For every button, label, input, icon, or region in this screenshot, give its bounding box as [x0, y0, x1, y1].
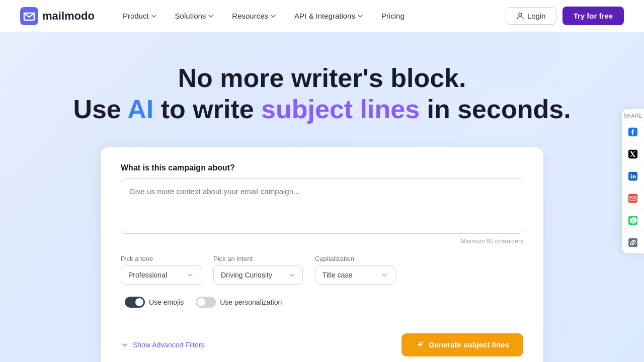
emoji-toggle-label: Use emojis [149, 298, 184, 306]
char-hint: Minimum 60 characters [121, 238, 523, 245]
filters-row: Pick a tone Professional Pick an intent … [121, 255, 523, 309]
personalization-toggle[interactable] [196, 297, 216, 308]
whatsapp-share-icon[interactable] [622, 209, 644, 231]
twitter-x-share-icon[interactable] [622, 143, 644, 165]
cap-label: Capitalization [315, 255, 395, 262]
nav-resources[interactable]: Resources [224, 8, 284, 24]
svg-rect-7 [631, 175, 632, 178]
navigation: mailmodo Product Solutions Resources API… [0, 0, 644, 32]
try-for-free-button[interactable]: Try for free [562, 7, 624, 25]
hero-heading: No more writer's block. Use AI to write … [10, 62, 634, 125]
tone-label: Pick a tone [121, 255, 201, 262]
campaign-label: What is this campaign about? [121, 163, 523, 172]
nav-links: Product Solutions Resources API & Integr… [115, 8, 506, 24]
emoji-toggle[interactable] [125, 297, 145, 308]
campaign-textarea[interactable] [121, 178, 523, 234]
nav-actions: Login Try for free [506, 7, 624, 25]
nav-product[interactable]: Product [115, 8, 165, 24]
personalization-toggle-group: Use personalization [196, 297, 282, 308]
emoji-toggle-group: Use emojis [125, 297, 184, 308]
logo[interactable]: mailmodo [20, 7, 95, 25]
logo-text: mailmodo [42, 10, 95, 23]
nav-solutions[interactable]: Solutions [167, 8, 222, 24]
intent-filter-group: Pick an intent Driving Curiosity [213, 255, 303, 285]
tone-select[interactable]: Professional [121, 265, 201, 285]
nav-pricing[interactable]: Pricing [373, 8, 413, 24]
intent-label: Pick an intent [213, 255, 303, 262]
tone-filter-group: Pick a tone Professional [121, 255, 201, 285]
svg-rect-10 [628, 238, 637, 247]
generate-button[interactable]: Generate subject lines [401, 333, 523, 356]
intent-select[interactable]: Driving Curiosity [213, 265, 303, 285]
login-button[interactable]: Login [506, 7, 556, 25]
main-form-card: What is this campaign about? Minimum 60 … [101, 147, 543, 362]
chevron-down-icon [121, 341, 129, 349]
svg-rect-0 [20, 7, 38, 25]
personalization-toggle-label: Use personalization [220, 298, 282, 306]
svg-point-2 [519, 13, 522, 16]
cap-select[interactable]: Title case [315, 265, 395, 285]
share-sidebar: SHARE [622, 109, 644, 253]
advanced-filters-button[interactable]: Show Advanced Filters [121, 341, 204, 349]
bottom-row: Show Advanced Filters Generate subject l… [121, 323, 523, 356]
facebook-share-icon[interactable] [622, 121, 644, 143]
svg-point-6 [630, 173, 631, 174]
email-share-icon[interactable] [622, 187, 644, 209]
linkedin-share-icon[interactable] [622, 165, 644, 187]
cap-filter-group: Capitalization Title case [315, 255, 395, 285]
link-share-icon[interactable] [622, 231, 644, 253]
toggles-section: Use emojis Use personalization [125, 297, 282, 309]
nav-api[interactable]: API & Integrations [286, 8, 371, 24]
hero-section: No more writer's block. Use AI to write … [0, 32, 644, 147]
sparkle-icon [416, 340, 425, 349]
share-label: SHARE [622, 109, 644, 121]
